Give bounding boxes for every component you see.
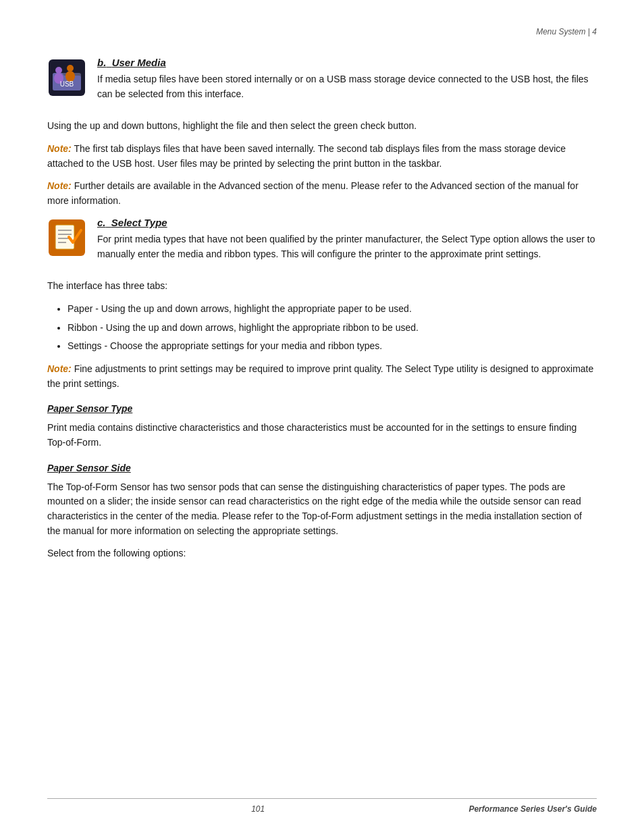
paper-sensor-type-title: Paper Sensor Type — [47, 403, 597, 414]
user-media-note2: Note: Further details are available in t… — [47, 179, 597, 208]
footer-page-number: 101 — [251, 804, 265, 814]
user-media-icon: USB — [47, 58, 86, 97]
select-type-body1: For print media types that have not been… — [97, 232, 597, 261]
user-media-title: b. User Media — [97, 57, 597, 68]
select-type-content: c. Select Type For print media types tha… — [97, 217, 597, 269]
section-user-media: USB b. User Media If media setup files h… — [47, 57, 597, 109]
paper-sensor-side-title: Paper Sensor Side — [47, 463, 597, 473]
svg-rect-8 — [55, 225, 74, 249]
user-media-note1: Note: The first tab displays files that … — [47, 142, 597, 171]
paper-sensor-type-body: Print media contains distinctive charact… — [47, 421, 597, 450]
select-type-icon — [47, 218, 86, 257]
svg-point-4 — [67, 65, 74, 72]
paper-sensor-side-body1: The Top-of-Form Sensor has two sensor po… — [47, 480, 597, 539]
bullet-settings: Settings - Choose the appropriate settin… — [68, 339, 597, 354]
user-media-body2: Using the up and down buttons, highlight… — [47, 119, 597, 134]
page-header: Menu System | 4 — [47, 27, 597, 36]
bullet-ribbon: Ribbon - Using the up and down arrows, h… — [68, 321, 597, 336]
page-footer: 101 Performance Series User's Guide — [47, 798, 597, 814]
select-type-note1: Note: Fine adjustments to print settings… — [47, 362, 597, 391]
select-type-title: c. Select Type — [97, 217, 597, 228]
svg-text:USB: USB — [60, 80, 74, 88]
user-media-body1: If media setup files have been stored in… — [97, 72, 597, 101]
note1-bold: Note: — [47, 143, 72, 154]
note1-text: The first tab displays files that have b… — [47, 143, 566, 169]
select-type-note1-bold: Note: — [47, 363, 72, 374]
svg-point-2 — [55, 67, 62, 74]
select-type-bullets: Paper - Using the up and down arrows, hi… — [68, 302, 597, 354]
footer-guide-title: Performance Series User's Guide — [468, 804, 597, 814]
note2-bold: Note: — [47, 180, 72, 191]
paper-sensor-side-body2: Select from the following options: — [47, 546, 597, 561]
select-type-body2: The interface has three tabs: — [47, 279, 597, 294]
user-media-content: b. User Media If media setup files have … — [97, 57, 597, 109]
header-text: Menu System | 4 — [536, 27, 597, 36]
select-type-note1-text: Fine adjustments to print settings may b… — [47, 363, 593, 389]
note2-text: Further details are available in the Adv… — [47, 180, 579, 206]
bullet-paper: Paper - Using the up and down arrows, hi… — [68, 302, 597, 317]
section-select-type: c. Select Type For print media types tha… — [47, 217, 597, 269]
